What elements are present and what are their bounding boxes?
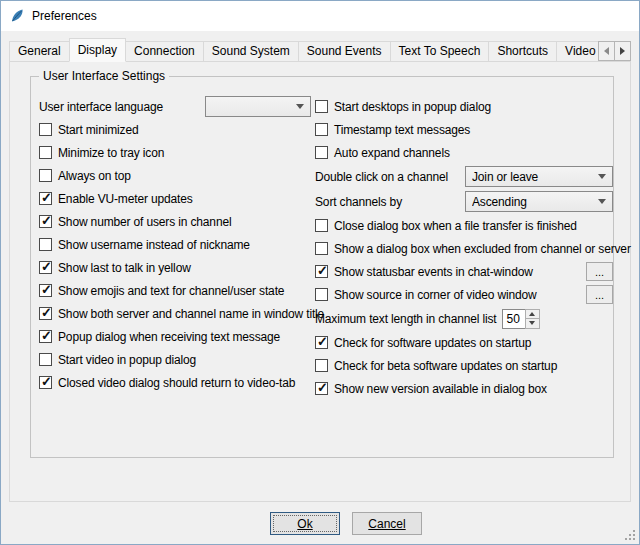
checkbox-label: Enable VU-meter updates	[58, 192, 193, 206]
max-text-length-spinner[interactable]: 50	[502, 309, 540, 329]
checkbox-box	[39, 307, 52, 320]
checkbox-label: Close dialog box when a file transfer is…	[334, 219, 577, 233]
spinner-buttons	[525, 309, 540, 329]
tab-text-to-speech[interactable]: Text To Speech	[390, 41, 490, 62]
checkbox-closed-video-return[interactable]: Closed video dialog should return to vid…	[39, 371, 311, 394]
ok-button-label: Ok	[297, 517, 312, 531]
checkbox-box	[315, 219, 328, 232]
tab-scroll-right-button[interactable]	[614, 41, 631, 61]
checkbox-box	[315, 242, 328, 255]
checkbox-box	[39, 261, 52, 274]
ok-button[interactable]: Ok	[270, 512, 340, 535]
checkbox-label: Check for software updates on startup	[334, 336, 531, 350]
checkbox-label: Start minimized	[58, 123, 138, 137]
checkbox-popup-on-text-message[interactable]: Popup dialog when receiving text message	[39, 325, 311, 348]
spin-down-button[interactable]	[525, 318, 540, 329]
checkbox-label: Closed video dialog should return to vid…	[58, 376, 295, 390]
tab-general[interactable]: General	[9, 41, 70, 62]
tab-bar: General Display Connection Sound System …	[9, 38, 631, 62]
arrow-left-icon	[604, 47, 609, 55]
language-row: User interface language	[39, 95, 311, 118]
tab-scroll-control	[598, 41, 631, 61]
checkbox-close-on-transfer-finished[interactable]: Close dialog box when a file transfer is…	[315, 214, 613, 237]
checkbox-check-updates[interactable]: Check for software updates on startup	[315, 331, 613, 354]
checkbox-label: Check for beta software updates on start…	[334, 359, 557, 373]
checkbox-dialog-when-excluded[interactable]: Show a dialog box when excluded from cha…	[315, 237, 613, 260]
checkbox-box	[39, 330, 52, 343]
checkbox-box	[39, 215, 52, 228]
checkbox-box	[39, 284, 52, 297]
chevron-down-icon	[598, 174, 606, 179]
checkbox-label: Start video in popup dialog	[58, 353, 196, 367]
tab-sound-events[interactable]: Sound Events	[298, 41, 391, 62]
arrow-down-icon	[529, 321, 535, 325]
checkbox-video-source-corner[interactable]: Show source in corner of video window ..…	[315, 283, 613, 306]
sort-channels-row: Sort channels by Ascending	[315, 189, 613, 214]
checkbox-label: Start desktops in popup dialog	[334, 100, 491, 114]
checkbox-timestamp-messages[interactable]: Timestamp text messages	[315, 118, 613, 141]
checkbox-statusbar-events[interactable]: Show statusbar events in chat-window ...	[315, 260, 613, 283]
checkbox-box	[39, 123, 52, 136]
checkbox-label: Show emojis and text for channel/user st…	[58, 284, 284, 298]
checkbox-video-popup-dialog[interactable]: Start video in popup dialog	[39, 348, 311, 371]
checkbox-minimize-to-tray[interactable]: Minimize to tray icon	[39, 141, 311, 164]
resize-grip[interactable]	[623, 528, 636, 541]
tab-display[interactable]: Display	[69, 38, 126, 62]
tab-page-display: User Interface Settings User interface l…	[9, 61, 631, 502]
checkbox-box	[315, 100, 328, 113]
checkbox-label: Show statusbar events in chat-window	[334, 265, 533, 279]
checkbox-box	[39, 146, 52, 159]
checkbox-label: Always on top	[58, 169, 131, 183]
checkbox-desktops-popup[interactable]: Start desktops in popup dialog	[315, 95, 613, 118]
checkbox-show-user-count[interactable]: Show number of users in channel	[39, 210, 311, 233]
double-click-combobox[interactable]: Join or leave	[465, 166, 613, 187]
checkbox-box	[39, 353, 52, 366]
user-interface-settings-group: User Interface Settings User interface l…	[30, 76, 614, 458]
checkbox-box	[39, 192, 52, 205]
tab-shortcuts[interactable]: Shortcuts	[488, 41, 557, 62]
checkbox-label: Popup dialog when receiving text message	[58, 330, 280, 344]
checkbox-auto-expand-channels[interactable]: Auto expand channels	[315, 141, 613, 164]
preferences-window: Preferences General Display Connection S…	[0, 0, 640, 545]
language-combobox[interactable]	[205, 96, 311, 117]
checkbox-check-beta-updates[interactable]: Check for beta software updates on start…	[315, 354, 613, 377]
checkbox-last-to-talk-yellow[interactable]: Show last to talk in yellow	[39, 256, 311, 279]
double-click-label: Double click on a channel	[315, 170, 448, 184]
video-source-config-button[interactable]: ...	[586, 285, 613, 304]
checkbox-box	[315, 265, 328, 278]
checkbox-always-on-top[interactable]: Always on top	[39, 164, 311, 187]
arrow-up-icon	[529, 312, 535, 316]
sort-channels-label: Sort channels by	[315, 195, 402, 209]
language-label: User interface language	[39, 100, 163, 114]
dialog-button-row: Ok Cancel	[1, 512, 639, 535]
checkbox-show-emojis[interactable]: Show emojis and text for channel/user st…	[39, 279, 311, 302]
checkbox-show-username[interactable]: Show username instead of nickname	[39, 233, 311, 256]
checkbox-vu-meter-updates[interactable]: Enable VU-meter updates	[39, 187, 311, 210]
checkbox-box	[39, 376, 52, 389]
app-feather-icon	[9, 8, 25, 24]
chevron-down-icon	[296, 104, 304, 109]
cancel-button-label: Cancel	[368, 517, 405, 531]
left-column: User interface language Start minimized …	[39, 95, 311, 394]
checkbox-label: Show both server and channel name in win…	[58, 307, 324, 321]
statusbar-events-config-button[interactable]: ...	[586, 262, 613, 281]
checkbox-box	[315, 382, 328, 395]
checkbox-label: Show a dialog box when excluded from cha…	[334, 242, 631, 256]
tab-sound-system[interactable]: Sound System	[203, 41, 299, 62]
tab-connection[interactable]: Connection	[125, 41, 204, 62]
checkbox-new-version-dialog[interactable]: Show new version available in dialog box	[315, 377, 613, 400]
right-column: Start desktops in popup dialog Timestamp…	[315, 95, 613, 400]
tab-scroll-left-button[interactable]	[598, 41, 615, 61]
chevron-down-icon	[598, 199, 606, 204]
checkbox-start-minimized[interactable]: Start minimized	[39, 118, 311, 141]
max-text-length-value[interactable]: 50	[502, 309, 526, 329]
checkbox-box	[315, 359, 328, 372]
cancel-button[interactable]: Cancel	[352, 512, 422, 535]
checkbox-server-channel-in-title[interactable]: Show both server and channel name in win…	[39, 302, 311, 325]
checkbox-box	[39, 238, 52, 251]
checkbox-label: Show last to talk in yellow	[58, 261, 191, 275]
sort-channels-combobox[interactable]: Ascending	[465, 191, 613, 212]
titlebar: Preferences	[1, 1, 639, 31]
checkbox-label: Auto expand channels	[334, 146, 450, 160]
sort-channels-value: Ascending	[472, 195, 592, 209]
